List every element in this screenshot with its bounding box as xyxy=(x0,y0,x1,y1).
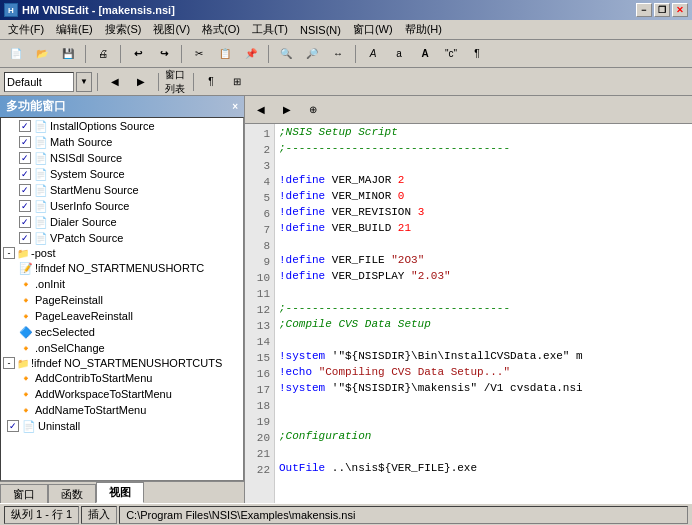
status-bar: 纵列 1 - 行 1 插入 C:\Program Files\NSIS\Exam… xyxy=(0,503,692,525)
panel-close-button[interactable]: × xyxy=(232,101,238,112)
file-icon: 📄 xyxy=(34,231,48,245)
list-item[interactable]: 📄 InstallOptions Source xyxy=(1,118,243,134)
menu-search[interactable]: 搜索(S) xyxy=(99,20,148,39)
separator-1 xyxy=(85,45,86,63)
code-line: ;Compile CVS Data Setup xyxy=(279,316,692,332)
cut-button[interactable]: ✂ xyxy=(187,43,211,65)
folder-icon: 📁 xyxy=(17,358,29,369)
file-icon: 📄 xyxy=(34,215,48,229)
save-button[interactable]: 💾 xyxy=(56,43,80,65)
print-button[interactable]: 🖨 xyxy=(91,43,115,65)
code-line xyxy=(279,236,692,252)
list-item[interactable]: 🔸 AddWorkspaceToStartMenu xyxy=(1,386,243,402)
combo-default[interactable]: Default xyxy=(4,72,74,92)
list-item[interactable]: 🔸 .onSelChange xyxy=(1,340,243,356)
tree-checkbox[interactable] xyxy=(19,216,31,228)
findnext-button[interactable]: 🔎 xyxy=(300,43,324,65)
special-button[interactable]: ¶ xyxy=(465,43,489,65)
menu-file[interactable]: 文件(F) xyxy=(2,20,50,39)
title-bar-controls[interactable]: − ❐ ✕ xyxy=(636,3,688,17)
list-item[interactable]: 🔷 secSelected xyxy=(1,324,243,340)
line-num: 9 xyxy=(245,254,274,270)
collapse-icon[interactable]: - xyxy=(3,247,15,259)
list-item[interactable]: 📄 StartMenu Source xyxy=(1,182,243,198)
copy-button[interactable]: 📋 xyxy=(213,43,237,65)
list-item[interactable]: 📄 Math Source xyxy=(1,134,243,150)
redo-button[interactable]: ↪ xyxy=(152,43,176,65)
undo-button[interactable]: ↩ xyxy=(126,43,150,65)
tree-item-label: -post xyxy=(31,247,55,259)
bold-button[interactable]: A xyxy=(413,43,437,65)
list-item[interactable]: 🔸 PageLeaveReinstall xyxy=(1,308,243,324)
menu-tools[interactable]: 工具(T) xyxy=(246,20,294,39)
tree-checkbox[interactable] xyxy=(19,184,31,196)
back-btn[interactable]: ◀ xyxy=(249,99,273,121)
code-area: 1 2 3 4 5 6 7 8 9 10 11 12 13 14 15 16 1… xyxy=(245,124,692,503)
window-list-btn[interactable]: 窗口列表 xyxy=(164,71,188,93)
code-line: !define VER_BUILD 21 xyxy=(279,220,692,236)
list-item[interactable]: 📄 Uninstall xyxy=(1,418,243,434)
file-icon: 📄 xyxy=(34,167,48,181)
tree-checkbox[interactable] xyxy=(19,232,31,244)
line-num: 2 xyxy=(245,142,274,158)
list-item[interactable]: 🔸 .onInit xyxy=(1,276,243,292)
paste-button[interactable]: 📌 xyxy=(239,43,263,65)
menu-window[interactable]: 窗口(W) xyxy=(347,20,399,39)
close-button[interactable]: ✕ xyxy=(672,3,688,17)
paragraph-btn[interactable]: ¶ xyxy=(199,71,223,93)
line-num: 17 xyxy=(245,382,274,398)
tree-checkbox[interactable] xyxy=(7,420,19,432)
menu-format[interactable]: 格式(O) xyxy=(196,20,246,39)
collapse-icon[interactable]: - xyxy=(3,357,15,369)
font-button[interactable]: A xyxy=(361,43,385,65)
tree-item-label: NSISdl Source xyxy=(50,152,122,164)
menu-help[interactable]: 帮助(H) xyxy=(399,20,448,39)
new-button[interactable]: 📄 xyxy=(4,43,28,65)
sep-t2 xyxy=(97,73,98,91)
indent-btn[interactable]: ⊞ xyxy=(225,71,249,93)
fontsize-button[interactable]: a xyxy=(387,43,411,65)
minimize-button[interactable]: − xyxy=(636,3,652,17)
tree-checkbox[interactable] xyxy=(19,120,31,132)
nav-back[interactable]: ◀ xyxy=(103,71,127,93)
list-item[interactable]: 📝 !ifndef NO_STARTMENUSHORTC xyxy=(1,260,243,276)
tree-checkbox[interactable] xyxy=(19,136,31,148)
nav-fwd[interactable]: ▶ xyxy=(129,71,153,93)
code-line: ;Configuration xyxy=(279,428,692,444)
tree-checkbox[interactable] xyxy=(19,200,31,212)
script-icon: 🔷 xyxy=(19,325,33,339)
list-item[interactable]: 📄 VPatch Source xyxy=(1,230,243,246)
quote-button[interactable]: "c" xyxy=(439,43,463,65)
open-button[interactable]: 📂 xyxy=(30,43,54,65)
tab-window[interactable]: 窗口 xyxy=(0,484,48,503)
combo-arrow[interactable]: ▼ xyxy=(76,72,92,92)
list-item[interactable]: - 📁 -post xyxy=(1,246,243,260)
fwd-btn[interactable]: ▶ xyxy=(275,99,299,121)
list-item[interactable]: 🔸 PageReinstall xyxy=(1,292,243,308)
code-content[interactable]: ;NSIS Setup Script ;--------------------… xyxy=(275,124,692,503)
list-item[interactable]: 🔸 AddNameToStartMenu xyxy=(1,402,243,418)
replace-button[interactable]: ↔ xyxy=(326,43,350,65)
menu-nsis[interactable]: NSIS(N) xyxy=(294,22,347,38)
list-item[interactable]: 📄 Dialer Source xyxy=(1,214,243,230)
menu-view[interactable]: 视图(V) xyxy=(147,20,196,39)
tree-item-label: !ifndef NO_STARTMENUSHORTCUTS xyxy=(31,357,222,369)
tree-checkbox[interactable] xyxy=(19,168,31,180)
tab-functions[interactable]: 函数 xyxy=(48,484,96,503)
menu-edit[interactable]: 编辑(E) xyxy=(50,20,99,39)
line-num: 19 xyxy=(245,414,274,430)
list-item[interactable]: 📄 System Source xyxy=(1,166,243,182)
list-item[interactable]: 📄 NSISdl Source xyxy=(1,150,243,166)
line-num: 11 xyxy=(245,286,274,302)
separator-4 xyxy=(268,45,269,63)
list-item[interactable]: 🔸 AddContribToStartMenu xyxy=(1,370,243,386)
list-item[interactable]: 📄 UserInfo Source xyxy=(1,198,243,214)
tree-view[interactable]: 📄 InstallOptions Source 📄 Math Source 📄 … xyxy=(0,117,244,481)
line-num: 22 xyxy=(245,462,274,478)
restore-button[interactable]: ❐ xyxy=(654,3,670,17)
find-button[interactable]: 🔍 xyxy=(274,43,298,65)
tree-checkbox[interactable] xyxy=(19,152,31,164)
reload-btn[interactable]: ⊕ xyxy=(301,99,325,121)
tab-view[interactable]: 视图 xyxy=(96,482,144,503)
list-item[interactable]: - 📁 !ifndef NO_STARTMENUSHORTCUTS xyxy=(1,356,243,370)
